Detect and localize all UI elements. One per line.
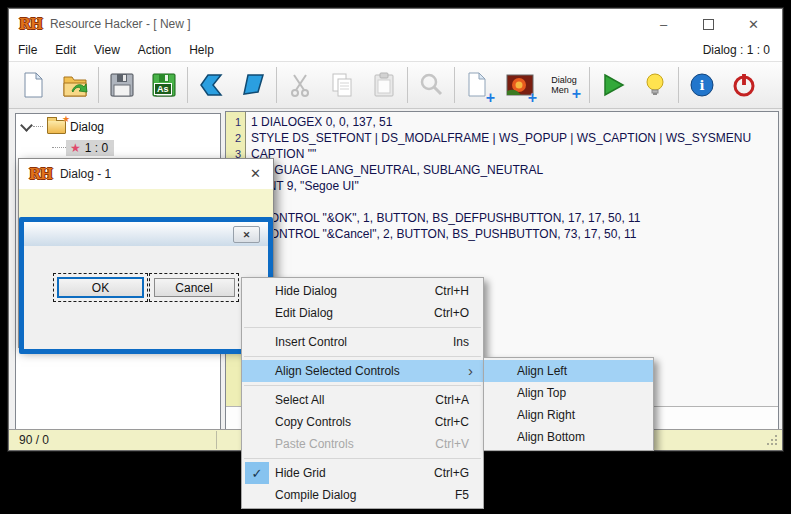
jump-back-button[interactable] <box>190 65 232 105</box>
menu-view[interactable]: View <box>85 40 129 60</box>
screen: RH Resource Hacker - [ New ] – ✕ File Ed… <box>0 0 791 514</box>
submenu-item-align-top[interactable]: Align Top <box>484 382 653 404</box>
cut-button[interactable] <box>279 65 321 105</box>
preview-caption-bar <box>24 222 268 246</box>
dialog-editor-title: Dialog - 1 <box>60 167 111 181</box>
play-icon <box>600 72 626 98</box>
menu-file[interactable]: File <box>9 40 46 60</box>
status-count-label: 90 / 0 <box>19 433 49 447</box>
menu-item-label: Copy Controls <box>275 415 351 429</box>
hints-button[interactable] <box>634 65 676 105</box>
jump-forward-button[interactable] <box>232 65 274 105</box>
menu-item-hide-grid[interactable]: ✓ Hide Grid Ctrl+G <box>242 462 483 484</box>
menu-item-select-all[interactable]: Select All Ctrl+A <box>242 389 483 411</box>
align-submenu: Align Left Align Top Align Right Align B… <box>483 357 654 451</box>
cancel-selection-marquee: Cancel <box>149 273 239 302</box>
paste-icon <box>371 72 397 98</box>
code-line: 11 DIALOGEX 0, 0, 137, 51 <box>226 114 778 130</box>
submenu-item-align-right[interactable]: Align Right <box>484 404 653 426</box>
preview-close-button[interactable]: ✕ <box>233 226 260 243</box>
menu-item-shortcut: Ctrl+G <box>434 466 469 480</box>
find-button[interactable] <box>410 65 452 105</box>
resource-status-label: Dialog : 1 : 0 <box>703 43 770 57</box>
menu-action[interactable]: Action <box>129 40 180 60</box>
code-line: 5FONT 9, "Segoe UI" <box>226 178 778 194</box>
dialog-menu-button[interactable]: Dialog Men + <box>541 65 587 105</box>
new-file-icon <box>21 72 45 98</box>
close-icon[interactable]: ✕ <box>250 166 261 181</box>
menu-item-label: Align Left <box>517 364 567 378</box>
menu-item-label: Align Selected Controls <box>275 364 400 378</box>
menu-item-edit-dialog[interactable]: Edit Dialog Ctrl+O <box>242 302 483 324</box>
tree-connector <box>52 147 66 148</box>
blue-arrow-left-icon <box>198 72 224 98</box>
menu-item-insert-control[interactable]: Insert Control Ins <box>242 331 483 353</box>
submenu-item-align-bottom[interactable]: Align Bottom <box>484 426 653 448</box>
cancel-button[interactable]: Cancel <box>154 278 235 297</box>
open-folder-icon <box>62 72 88 98</box>
tree-node-dialog[interactable]: ★ Dialog <box>16 118 220 135</box>
toolbar-separator <box>276 67 277 103</box>
status-divider <box>216 431 217 449</box>
menu-item-label: Align Top <box>517 386 566 400</box>
plus-icon: + <box>528 93 537 103</box>
tree-node-label: Dialog <box>70 120 104 134</box>
folder-star-icon: ★ <box>62 114 70 124</box>
paste-button[interactable] <box>363 65 405 105</box>
submenu-item-align-left[interactable]: Align Left <box>484 360 653 382</box>
menu-item-copy-controls[interactable]: Copy Controls Ctrl+C <box>242 411 483 433</box>
add-image-resource-button[interactable]: + <box>499 65 541 105</box>
menu-item-label: Hide Dialog <box>275 284 337 298</box>
close-button[interactable]: ✕ <box>731 9 776 39</box>
lightbulb-icon <box>643 72 667 98</box>
designed-dialog-preview[interactable]: ✕ OK Cancel <box>19 217 273 354</box>
about-button[interactable]: i <box>681 65 723 105</box>
save-button[interactable] <box>101 65 143 105</box>
copy-button[interactable] <box>321 65 363 105</box>
code-line: 7 CONTROL "&OK", 1, BUTTON, BS_DEFPUSHBU… <box>226 210 778 226</box>
dialog-context-menu: Hide Dialog Ctrl+H Edit Dialog Ctrl+O In… <box>241 277 484 509</box>
menu-separator <box>244 356 481 357</box>
tree-connector <box>33 126 43 127</box>
ok-button[interactable]: OK <box>57 277 144 298</box>
menu-item-shortcut: Ins <box>453 335 469 349</box>
resize-grip[interactable] <box>767 435 779 447</box>
menu-item-compile-dialog[interactable]: Compile Dialog F5 <box>242 484 483 506</box>
power-icon <box>731 72 757 98</box>
menu-item-label: Insert Control <box>275 335 347 349</box>
menu-help[interactable]: Help <box>180 40 223 60</box>
dialog-editor-title-bar[interactable]: RH Dialog - 1 ✕ <box>19 159 273 189</box>
title-bar[interactable]: RH Resource Hacker - [ New ] – ✕ <box>9 9 782 39</box>
resource-star-icon: ★ <box>70 141 81 155</box>
menu-item-align-selected-controls[interactable]: Align Selected Controls › <box>242 360 483 382</box>
menu-item-label: Align Right <box>517 408 575 422</box>
save-as-button[interactable]: As <box>143 65 185 105</box>
menu-item-label: Align Bottom <box>517 430 585 444</box>
open-file-button[interactable] <box>54 65 96 105</box>
selected-tree-row[interactable]: ★ 1 : 0 <box>66 140 114 156</box>
new-file-button[interactable] <box>12 65 54 105</box>
maximize-icon <box>703 19 714 30</box>
minimize-button[interactable]: – <box>641 9 686 39</box>
menu-item-shortcut: Ctrl+A <box>435 393 469 407</box>
window-title: Resource Hacker - [ New ] <box>50 17 191 31</box>
window-controls: – ✕ <box>641 9 776 39</box>
submenu-arrow-icon: › <box>468 366 473 376</box>
scissors-icon <box>287 72 313 98</box>
code-line: 3CAPTION "" <box>226 146 778 162</box>
tree-node-label: 1 : 0 <box>85 141 108 155</box>
menu-item-hide-dialog[interactable]: Hide Dialog Ctrl+H <box>242 280 483 302</box>
ok-selection-marquee: OK <box>53 273 148 302</box>
exit-button[interactable] <box>723 65 765 105</box>
toolbar-separator <box>589 67 590 103</box>
menu-item-shortcut: F5 <box>455 488 469 502</box>
menu-item-paste-controls: Paste Controls Ctrl+V <box>242 433 483 455</box>
code-line: 9} <box>226 242 778 258</box>
menu-edit[interactable]: Edit <box>46 40 85 60</box>
menu-item-shortcut: Ctrl+O <box>434 306 469 320</box>
run-button[interactable] <box>592 65 634 105</box>
add-resource-button[interactable]: + <box>457 65 499 105</box>
tree-node-dialog-1-0[interactable]: ★ 1 : 0 <box>16 139 220 156</box>
magnifier-icon <box>418 72 444 98</box>
maximize-button[interactable] <box>686 9 731 39</box>
